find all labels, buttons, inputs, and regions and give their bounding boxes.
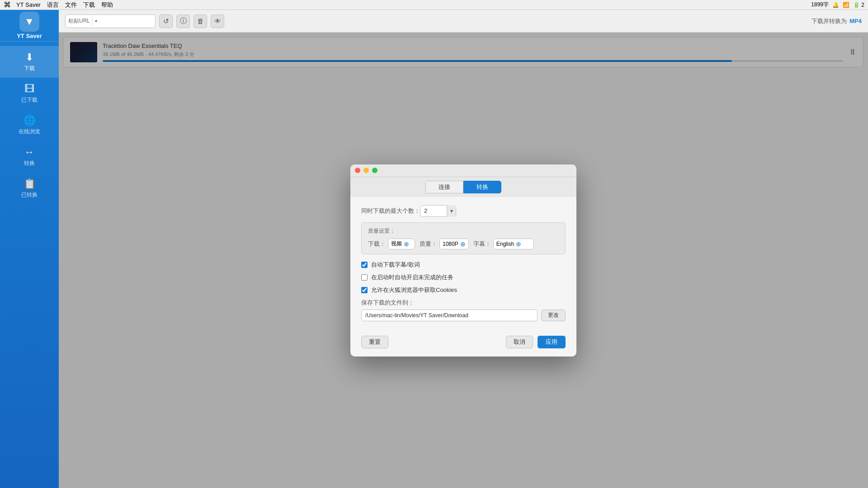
sidebar-item-downloaded[interactable]: 🎞 已下载	[0, 78, 59, 109]
change-path-button[interactable]: 更改	[541, 310, 566, 321]
max-downloads-value: 2	[420, 207, 447, 214]
tab-connection[interactable]: 连接	[425, 181, 463, 193]
menu-app-name[interactable]: YT Saver	[16, 1, 41, 8]
maximize-button[interactable]	[372, 168, 377, 173]
subtitle-select[interactable]: English ⊕	[493, 239, 534, 249]
toolbar: 粘贴URL ▾ ↺ ⓘ 🗑 👁 下载并转换为 MP4	[59, 10, 868, 33]
sidebar: ▼ YT Saver ⬇ 下载 🎞 已下载 🌐 在线浏览 ↔ 转换 📋 已转换	[0, 10, 59, 488]
main-content: 粘贴URL ▾ ↺ ⓘ 🗑 👁 下载并转换为 MP4 Tracktion Daw…	[59, 10, 868, 488]
auto-subtitle-label: 自动下载字幕/歌词	[371, 261, 420, 269]
download-label: 下载：	[368, 240, 386, 248]
reset-button[interactable]: 重置	[361, 336, 388, 348]
download-icon: ⬇	[25, 52, 33, 63]
film-icon: 🎞	[24, 83, 34, 95]
preview-button[interactable]: 👁	[211, 14, 224, 28]
paste-url-label: 粘贴URL	[68, 17, 90, 25]
wifi-icon: 📶	[843, 2, 849, 8]
url-input-container[interactable]: 粘贴URL ▾	[65, 14, 156, 28]
modal-titlebar	[350, 164, 576, 177]
url-dropdown-button[interactable]: ▾	[92, 17, 100, 26]
download-convert-label: 下载并转换为	[811, 17, 847, 25]
sidebar-label-download: 下载	[24, 65, 35, 72]
auto-subtitle-checkbox[interactable]	[361, 262, 368, 268]
menu-file[interactable]: 文件	[65, 1, 77, 9]
sidebar-label-downloaded: 已下载	[21, 96, 38, 104]
allow-firefox-checkbox[interactable]	[361, 287, 368, 293]
download-type-value: 视频	[391, 240, 402, 248]
menu-help[interactable]: 帮助	[101, 1, 113, 9]
max-downloads-stepper[interactable]: ▾	[447, 205, 456, 217]
checkbox-allow-firefox: 允许在火狐浏览器中获取Cookies	[361, 286, 566, 294]
auto-open-checkbox[interactable]	[361, 274, 368, 281]
modal-tabs: 连接 转换	[350, 177, 576, 197]
menu-download[interactable]: 下载	[83, 1, 95, 9]
logo-icon: ▼	[19, 12, 39, 32]
convert-icon: ↔	[24, 146, 34, 158]
quality-section-title: 质量设置：	[368, 227, 559, 235]
sidebar-item-download[interactable]: ⬇ 下载	[0, 46, 59, 78]
notification-icon: 🔔	[832, 2, 839, 8]
save-path-row: 更改	[361, 310, 566, 321]
footer-right-buttons: 取消 应用	[506, 336, 566, 348]
minimize-button[interactable]	[363, 168, 369, 173]
quality-row: 下载： 视频 ⊕ 质量： 1080P	[368, 239, 559, 249]
menubar: ⌘ YT Saver 语言 文件 下载 帮助 1899字 🔔 📶 🔋 2	[0, 0, 868, 10]
auto-open-label: 在启动时自动开启未完成的任务	[371, 273, 453, 282]
save-path-label: 保存下载的文件到：	[361, 299, 566, 307]
subtitle-label: 字幕：	[473, 240, 491, 248]
apple-menu[interactable]: ⌘	[4, 0, 11, 9]
modal-body: 同时下载的最大个数： 2 ▾ 质量设置： 下载：	[350, 197, 576, 329]
sidebar-item-online[interactable]: 🌐 在线浏览	[0, 109, 59, 141]
quality-select[interactable]: 1080P ⊕	[439, 239, 469, 249]
sidebar-item-reconvert[interactable]: 📋 已转换	[0, 173, 59, 204]
quality-section: 质量设置： 下载： 视频 ⊕ 质量：	[361, 222, 566, 254]
info-button[interactable]: ⓘ	[176, 14, 190, 28]
refresh-button[interactable]: ↺	[159, 14, 173, 28]
sidebar-label-convert: 转换	[24, 160, 35, 167]
download-type-field: 下载： 视频 ⊕	[368, 239, 415, 249]
max-downloads-input[interactable]: 2 ▾	[420, 205, 456, 217]
modal-overlay: 连接 转换 同时下载的最大个数： 2 ▾	[59, 33, 868, 488]
allow-firefox-label: 允许在火狐浏览器中获取Cookies	[371, 286, 457, 294]
delete-button[interactable]: 🗑	[193, 14, 207, 28]
clipboard-icon: 📋	[24, 178, 36, 190]
quality-arrow: ⊕	[460, 240, 466, 248]
quality-label: 质量：	[420, 240, 437, 248]
checkbox-auto-subtitle: 自动下载字幕/歌词	[361, 261, 566, 269]
tab-convert[interactable]: 转换	[463, 181, 501, 193]
sidebar-label-reconvert: 已转换	[21, 191, 38, 199]
modal-footer: 重置 取消 应用	[350, 329, 576, 357]
download-type-select[interactable]: 视频 ⊕	[388, 239, 415, 249]
download-area: Tracktion Daw Essentials TEQ 39.1MB of 4…	[59, 33, 868, 488]
char-count: 1899字	[811, 1, 829, 9]
format-link[interactable]: MP4	[849, 18, 862, 24]
sidebar-item-convert[interactable]: ↔ 转换	[0, 141, 59, 173]
cancel-button[interactable]: 取消	[506, 336, 533, 348]
menubar-right: 1899字 🔔 📶 🔋 2	[811, 1, 864, 9]
settings-modal: 连接 转换 同时下载的最大个数： 2 ▾	[350, 164, 576, 357]
app-window: ▼ YT Saver ⬇ 下载 🎞 已下载 🌐 在线浏览 ↔ 转换 📋 已转换	[0, 10, 868, 488]
max-downloads-row: 同时下载的最大个数： 2 ▾	[361, 205, 566, 217]
max-downloads-label: 同时下载的最大个数：	[361, 207, 420, 215]
close-button[interactable]	[355, 168, 360, 173]
sidebar-logo: ▼ YT Saver	[0, 10, 59, 42]
subtitle-arrow: ⊕	[516, 240, 521, 248]
subtitle-value: English	[496, 241, 514, 247]
logo-text: YT Saver	[17, 33, 42, 39]
globe-icon: 🌐	[24, 115, 36, 127]
download-type-arrow: ⊕	[404, 240, 409, 248]
save-path-input[interactable]	[361, 310, 538, 321]
checkbox-auto-open: 在启动时自动开启未完成的任务	[361, 273, 566, 282]
quality-value: 1080P	[443, 241, 458, 247]
apply-button[interactable]: 应用	[538, 336, 566, 348]
menu-language[interactable]: 语言	[47, 1, 59, 9]
sidebar-label-online: 在线浏览	[19, 128, 40, 136]
subtitle-field: 字幕： English ⊕	[473, 239, 534, 249]
battery-icon: 🔋 2	[853, 2, 864, 8]
quality-field: 质量： 1080P ⊕	[420, 239, 469, 249]
toolbar-right: 下载并转换为 MP4	[811, 17, 862, 25]
